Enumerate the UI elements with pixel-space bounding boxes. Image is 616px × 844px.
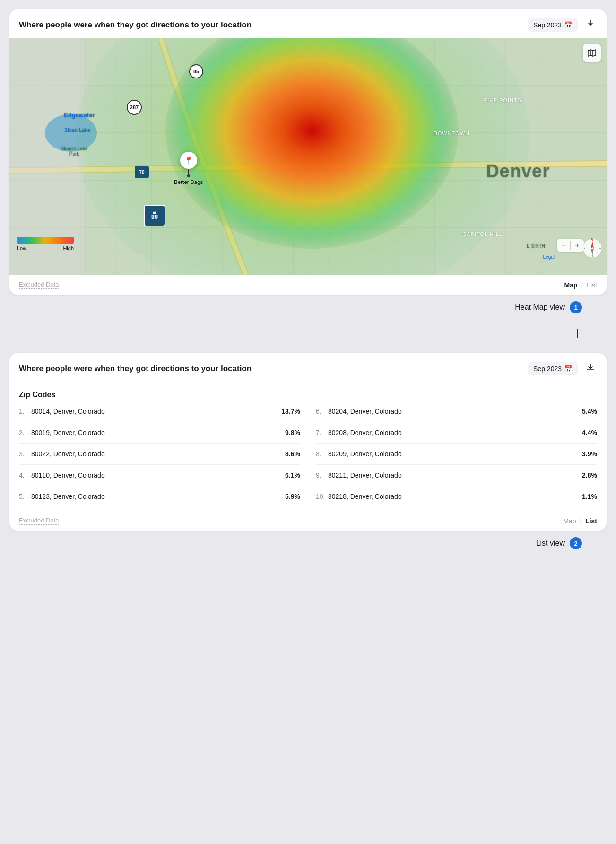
zip-rank: 2.: [19, 429, 28, 436]
list-excluded-data-link[interactable]: Excluded Data: [19, 517, 59, 525]
map-view-toggle[interactable]: Map: [564, 281, 578, 289]
zip-name: 80209, Denver, Colorado: [328, 450, 402, 458]
zip-pct: 1.1%: [582, 493, 597, 500]
zip-row: 3. 80022, Denver, Colorado 8.6%: [19, 444, 300, 465]
zip-pct: 13.7%: [281, 408, 300, 415]
list-map-toggle[interactable]: Map: [563, 517, 576, 525]
legend-low: Low: [17, 245, 26, 251]
legal-link[interactable]: Legal: [543, 254, 555, 260]
zip-row-left: 7. 80208, Denver, Colorado: [316, 429, 402, 436]
list-export-button[interactable]: [584, 362, 597, 375]
zip-rank: 9.: [316, 471, 325, 479]
zip-name: 80208, Denver, Colorado: [328, 429, 402, 436]
map-layers-icon: [587, 48, 597, 58]
zip-name: 80123, Denver, Colorado: [31, 493, 105, 500]
zip-row-left: 8. 80209, Denver, Colorado: [316, 450, 402, 458]
list-date-picker[interactable]: Sep 2023 📅: [528, 362, 578, 375]
zip-table: 1. 80014, Denver, Colorado 13.7% 2. 8001…: [19, 401, 597, 507]
zip-name: 80211, Denver, Colorado: [328, 471, 402, 479]
zip-rank: 4.: [19, 471, 28, 479]
zip-row: 1. 80014, Denver, Colorado 13.7%: [19, 401, 300, 422]
zip-row-left: 6. 80204, Denver, Colorado: [316, 408, 402, 415]
list-export-icon: [586, 363, 595, 372]
zip-row-left: 10. 80218, Denver, Colorado: [316, 493, 402, 500]
zip-row: 2. 80019, Denver, Colorado 9.8%: [19, 422, 300, 444]
zip-pct: 9.8%: [285, 429, 300, 436]
legend-high: High: [63, 245, 74, 251]
list-view-label-row: List view 2: [9, 537, 607, 549]
zip-rank: 1.: [19, 408, 28, 415]
list-view-label: List view: [536, 539, 565, 548]
export-button[interactable]: [584, 18, 597, 32]
column-divider: [308, 401, 308, 507]
excluded-data-link[interactable]: Excluded Data: [19, 281, 59, 289]
heatmap-header-controls: Sep 2023 📅: [528, 18, 597, 32]
zip-heading: Zip Codes: [19, 391, 597, 399]
zip-name: 80218, Denver, Colorado: [328, 493, 402, 500]
zip-pct: 4.4%: [582, 429, 597, 436]
zip-row: 7. 80208, Denver, Colorado 4.4%: [316, 422, 597, 444]
zip-left-column: 1. 80014, Denver, Colorado 13.7% 2. 8001…: [19, 401, 300, 507]
list-card-footer: Excluded Data Map | List: [9, 511, 607, 531]
zip-rank: 3.: [19, 450, 28, 458]
calendar-icon: 📅: [564, 21, 573, 29]
heat-map[interactable]: 85 287 70 🏔 88 📍 Better Bags Edgewater S…: [9, 38, 607, 275]
zip-row-left: 2. 80019, Denver, Colorado: [19, 429, 105, 436]
heatmap-card-title: Where people were when they got directio…: [19, 20, 252, 30]
connector1: [9, 329, 607, 338]
zoom-out-button[interactable]: −: [557, 239, 570, 252]
zip-row: 8. 80209, Denver, Colorado 3.9%: [316, 444, 597, 465]
zip-name: 80014, Denver, Colorado: [31, 408, 105, 415]
zip-row-left: 3. 80022, Denver, Colorado: [19, 450, 105, 458]
zip-row: 5. 80123, Denver, Colorado 5.9%: [19, 486, 300, 507]
zip-name: 80022, Denver, Colorado: [31, 450, 105, 458]
list-view-toggle[interactable]: List: [587, 281, 597, 289]
zip-row: 10. 80218, Denver, Colorado 1.1%: [316, 486, 597, 507]
zip-name: 80110, Denver, Colorado: [31, 471, 105, 479]
zip-name: 80204, Denver, Colorado: [328, 408, 402, 415]
zip-name: 80019, Denver, Colorado: [31, 429, 105, 436]
heatmap-card-footer: Excluded Data Map | List: [9, 275, 607, 295]
export-icon: [586, 19, 595, 28]
zip-rank: 6.: [316, 408, 325, 415]
zip-pct: 6.1%: [285, 471, 300, 479]
zip-rank: 5.: [19, 493, 28, 500]
heatmap-card-header: Where people were when they got directio…: [9, 9, 607, 38]
zip-rank: 7.: [316, 429, 325, 436]
zip-pct: 2.8%: [582, 471, 597, 479]
zip-pct: 3.9%: [582, 450, 597, 458]
list-card-title: Where people were when they got directio…: [19, 364, 252, 374]
zip-pct: 8.6%: [285, 450, 300, 458]
heatmap-legend: Low High: [17, 237, 74, 251]
heatmap-card: Where people were when they got directio…: [9, 9, 607, 295]
list-date-label: Sep 2023: [533, 365, 562, 373]
zip-row: 9. 80211, Denver, Colorado 2.8%: [316, 465, 597, 486]
heatmap-overlay: [9, 38, 607, 275]
date-label: Sep 2023: [533, 21, 562, 29]
legend-color-bar: [17, 237, 74, 244]
zip-rank: 8.: [316, 450, 325, 458]
list-list-toggle[interactable]: List: [585, 517, 597, 525]
zip-row-left: 9. 80211, Denver, Colorado: [316, 471, 402, 479]
list-card-header: Where people were when they got directio…: [9, 353, 607, 382]
zip-row: 4. 80110, Denver, Colorado 6.1%: [19, 465, 300, 486]
zip-row-left: 5. 80123, Denver, Colorado: [19, 493, 105, 500]
step-badge-2: 2: [570, 537, 582, 549]
zip-pct: 5.9%: [285, 493, 300, 500]
view-toggle: Map | List: [564, 281, 597, 289]
map-icon-button[interactable]: [583, 44, 601, 62]
list-view-toggle-group: Map | List: [563, 517, 597, 525]
zip-section: Zip Codes 1. 80014, Denver, Colorado 13.…: [9, 382, 607, 511]
zip-row-left: 1. 80014, Denver, Colorado: [19, 408, 105, 415]
heatmap-view-label-row: Heat Map view 1: [9, 301, 607, 313]
zip-rank: 10.: [316, 493, 325, 500]
step-badge-1: 1: [570, 301, 582, 313]
zip-row: 6. 80204, Denver, Colorado 5.4%: [316, 401, 597, 422]
date-picker[interactable]: Sep 2023 📅: [528, 18, 578, 32]
zip-row-left: 4. 80110, Denver, Colorado: [19, 471, 105, 479]
zip-pct: 5.4%: [582, 408, 597, 415]
legend-labels: Low High: [17, 245, 74, 251]
list-card: Where people were when they got directio…: [9, 353, 607, 531]
list-calendar-icon: 📅: [564, 365, 573, 373]
list-header-controls: Sep 2023 📅: [528, 362, 597, 375]
